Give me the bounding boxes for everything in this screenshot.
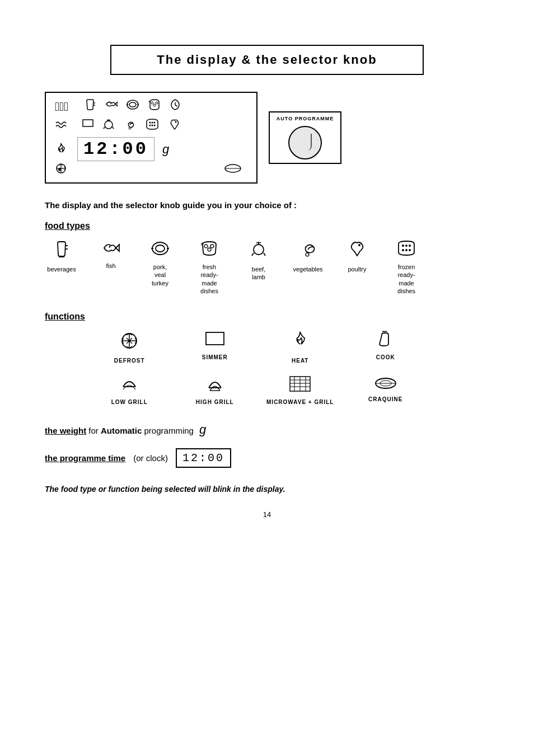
svg-rect-66 [206,332,224,345]
weight-label-automatic: Automatic [101,426,142,435]
svg-marker-37 [116,245,119,251]
svg-point-9 [153,104,156,106]
func-item-defrost: DEFROST [90,331,170,364]
selector-knob [288,126,322,159]
beverages-label: beverages [47,265,76,273]
prog-time-display: 12:00 [176,448,231,468]
heat-icon [292,331,308,354]
functions-header: functions [45,312,489,322]
panel-icon-rect [82,118,94,134]
func-item-cook: COOK [346,331,426,364]
food-item-fresh: freshready-madedishes [193,240,226,295]
heat-label: HEAT [292,357,308,364]
func-item-heat: HEAT [260,331,340,364]
cook-label: COOK [376,354,395,361]
page-title: The display & the selector knob [134,53,400,67]
poultry-icon [348,240,367,262]
func-item-high-grill: HIGH GRILL [175,375,255,406]
cook-icon [376,331,396,350]
defrost-icon [119,331,139,354]
svg-point-38 [109,246,111,248]
svg-point-58 [405,249,407,251]
fresh-label: freshready-madedishes [200,263,218,295]
panel-icon-veg [123,118,137,134]
svg-point-10 [151,102,153,104]
panel-icon-fish [104,98,118,115]
svg-point-56 [409,245,411,247]
food-item-beef: beef,lamb [242,240,275,281]
svg-point-8 [156,102,158,104]
display-section: のͤ͡ [45,92,489,184]
svg-point-55 [405,245,407,247]
svg-line-50 [252,253,254,256]
page-title-box: The display & the selector knob [110,45,424,75]
panel-icon-clock [169,98,181,115]
svg-point-57 [402,249,404,251]
svg-point-14 [105,121,113,129]
svg-line-48 [256,242,259,243]
beef-icon [249,240,268,262]
panel-icon-fresh [148,98,161,115]
poultry-label: poultry [348,265,366,273]
panel-icon-waves [55,120,67,133]
food-item-pork: pork,vealturkey [143,240,177,287]
svg-line-19 [113,127,114,129]
panel-icons-row2 [82,118,181,134]
frozen-label: frozenready-madedishes [397,263,415,295]
low-grill-icon [119,375,139,395]
svg-point-59 [409,249,411,251]
frozen-icon [396,240,417,260]
food-item-vegetables: vegetables [291,240,325,273]
defrost-label: DEFROST [114,357,145,364]
panel-icon-waffle: のͤ͡ [55,100,68,114]
functions-grid: DEFROST SIMMER HEAT COOK [90,331,425,406]
food-types-grid: beverages fish pork,vealturkey [45,240,489,295]
svg-point-39 [152,242,168,255]
svg-line-18 [104,127,105,129]
weight-g-symbol: g [199,422,206,436]
svg-point-52 [306,253,309,256]
panel-icon-cup [84,98,96,115]
panel-icon-pork [125,98,140,115]
vegetables-icon [298,240,317,262]
svg-point-22 [152,122,153,124]
fish-label: fish [106,262,115,270]
beef-label: beef,lamb [252,265,265,281]
food-item-frozen: frozenready-madedishes [390,240,423,295]
simmer-icon [205,331,225,350]
func-item-microwave-grill: MICROWAVE + GRILL [260,375,340,406]
display-panel: のͤ͡ [45,92,257,184]
food-item-fish: fish [94,240,128,270]
high-grill-icon [205,375,225,395]
panel-icons-row1 [84,98,181,115]
microwave-grill-label: MICROWAVE + GRILL [266,398,334,406]
svg-point-53 [358,244,360,246]
svg-text:❅: ❅ [58,167,62,172]
svg-point-27 [175,121,177,123]
svg-point-40 [156,245,165,252]
pork-label: pork,vealturkey [152,263,168,287]
svg-point-44 [208,248,211,251]
auto-programme-box: AUTO PROGRAMME [269,111,341,164]
beverages-icon [54,240,69,262]
svg-marker-2 [115,102,118,106]
svg-point-4 [127,100,138,109]
panel-icon-heat [55,142,67,157]
prog-time-label: the programme time [45,453,125,463]
svg-rect-13 [83,120,93,126]
simmer-label: SIMMER [202,354,228,361]
func-item-low-grill: LOW GRILL [90,375,170,406]
fish-icon [101,240,120,259]
vegetables-label: vegetables [293,265,322,273]
food-item-beverages: beverages [45,240,78,273]
craquine-label: CRAQUINE [368,396,402,403]
panel-g-symbol: g [162,142,169,157]
svg-point-54 [402,245,404,247]
svg-point-5 [129,102,136,107]
panel-icon-poultry [168,118,181,134]
svg-point-25 [152,125,153,126]
svg-point-45 [204,245,208,248]
microwave-grill-icon [289,375,311,395]
panel-icon-defrost: ❅ [55,162,67,177]
high-grill-label: HIGH GRILL [196,398,234,406]
